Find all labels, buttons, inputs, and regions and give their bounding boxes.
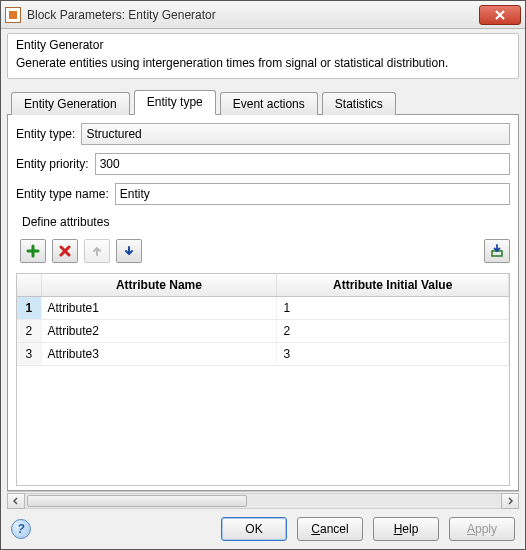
select-entity-type[interactable] [81,123,510,145]
tab-entity-type[interactable]: Entity type [134,90,216,115]
arrow-up-icon [90,244,104,258]
description-panel: Entity Generator Generate entities using… [7,33,519,79]
cell-attr-name[interactable]: Attribute2 [41,320,277,343]
help-icon-button[interactable]: ? [11,519,31,539]
delete-icon [58,244,72,258]
import-icon [490,244,504,258]
chevron-left-icon [12,497,20,505]
app-icon [5,7,21,23]
attributes-toolbar [16,237,510,265]
cancel-button[interactable]: Cancel [297,517,363,541]
content-area: Entity Generator Generate entities using… [1,29,525,509]
field-entity-type: Entity type: [16,123,510,145]
cell-attr-name[interactable]: Attribute3 [41,343,277,366]
row-number: 1 [17,297,41,320]
dialog-footer: ? OK Cancel Help Apply [1,509,525,549]
delete-attribute-button[interactable] [52,239,78,263]
cell-attr-value[interactable]: 1 [277,297,509,320]
description-text: Generate entities using intergeneration … [16,56,510,70]
close-button[interactable] [479,5,521,25]
scroll-right-button[interactable] [501,493,519,509]
move-down-button[interactable] [116,239,142,263]
tab-panel-entity-type: Entity type: Entity priority: Entity typ… [7,115,519,491]
tab-event-actions[interactable]: Event actions [220,92,318,115]
column-header-name[interactable]: Attribute Name [41,274,277,297]
scroll-track[interactable] [25,493,501,509]
tab-entity-generation[interactable]: Entity Generation [11,92,130,115]
chevron-right-icon [506,497,514,505]
label-entity-priority: Entity priority: [16,157,89,171]
apply-button[interactable]: Apply [449,517,515,541]
description-heading: Entity Generator [16,38,510,52]
table-row[interactable]: 2 Attribute2 2 [17,320,509,343]
tab-statistics[interactable]: Statistics [322,92,396,115]
field-entity-type-name: Entity type name: [16,183,510,205]
cell-attr-value[interactable]: 2 [277,320,509,343]
title-bar: Block Parameters: Entity Generator [1,1,525,29]
input-entity-type-name[interactable] [115,183,510,205]
input-entity-priority[interactable] [95,153,510,175]
column-header-rownum [17,274,41,297]
arrow-down-icon [122,244,136,258]
ok-button[interactable]: OK [221,517,287,541]
scroll-thumb[interactable] [27,495,247,507]
plus-icon [26,244,40,258]
column-header-value[interactable]: Attribute Initial Value [277,274,509,297]
label-define-attributes: Define attributes [16,213,510,229]
move-up-button[interactable] [84,239,110,263]
window-title: Block Parameters: Entity Generator [27,8,479,22]
field-entity-priority: Entity priority: [16,153,510,175]
tab-strip: Entity Generation Entity type Event acti… [7,89,519,115]
table-row[interactable]: 1 Attribute1 1 [17,297,509,320]
import-button[interactable] [484,239,510,263]
horizontal-scrollbar[interactable] [7,491,519,509]
help-button[interactable]: Help [373,517,439,541]
label-entity-type-name: Entity type name: [16,187,109,201]
cell-attr-value[interactable]: 3 [277,343,509,366]
label-entity-type: Entity type: [16,127,75,141]
add-attribute-button[interactable] [20,239,46,263]
row-number: 3 [17,343,41,366]
scroll-left-button[interactable] [7,493,25,509]
row-number: 2 [17,320,41,343]
attributes-table[interactable]: Attribute Name Attribute Initial Value 1… [16,273,510,486]
close-icon [495,10,505,20]
dialog-window: Block Parameters: Entity Generator Entit… [0,0,526,550]
table-row[interactable]: 3 Attribute3 3 [17,343,509,366]
cell-attr-name[interactable]: Attribute1 [41,297,277,320]
